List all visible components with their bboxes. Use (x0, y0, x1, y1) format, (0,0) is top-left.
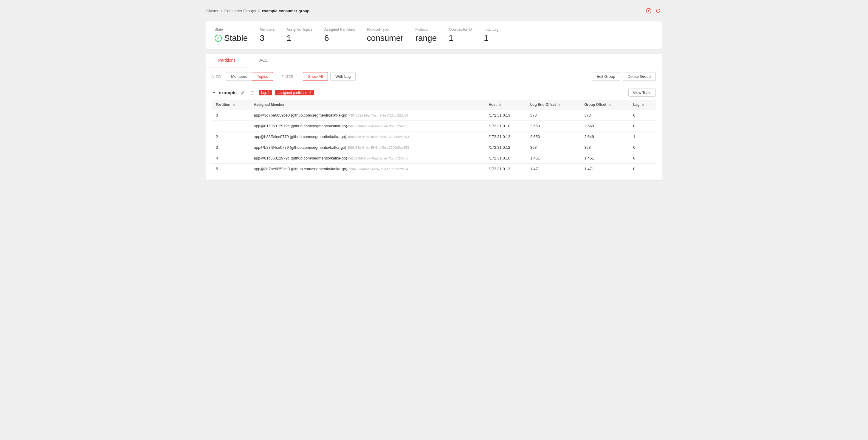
view-topics-button[interactable]: Topics (252, 72, 273, 81)
breadcrumb-actions (645, 7, 662, 14)
cell-partition-5: 5 (212, 164, 250, 175)
delete-group-button[interactable]: Delete Group (623, 72, 656, 81)
cell-log-end-offset-5: 1 471 (527, 164, 581, 175)
stats-card: State ✓ Stable Members 3 Assigned Topics… (206, 22, 662, 49)
cell-host-2: /172.31.0.12 (485, 131, 526, 142)
partitions-badge: assigned partitions: 6 (275, 90, 314, 95)
tab-partitions[interactable]: Partitions (206, 54, 247, 67)
cell-member-2: app@b83f34ce0779 (github.com/segmentio/k… (250, 131, 485, 142)
cell-group-offset-1: 2 569 (581, 121, 629, 131)
cell-member-0: app@3d7be6859ce3 (github.com/segmentio/k… (250, 110, 485, 121)
cell-partition-1: 1 (212, 121, 250, 131)
cell-log-end-offset-3: 368 (527, 142, 581, 153)
col-partition[interactable]: Partition ⇅ (212, 100, 250, 110)
cell-log-end-offset-4: 1 451 (527, 153, 581, 164)
view-members-button[interactable]: Members (226, 72, 252, 81)
cell-lag-1: 0 (629, 121, 656, 131)
stat-state: State ✓ Stable (215, 27, 248, 43)
cell-host-1: /172.31.0.10 (485, 121, 526, 131)
svg-marker-1 (648, 10, 650, 12)
cell-lag-5: 0 (629, 164, 656, 175)
breadcrumb: Cluster > Consumer Groups > example-cons… (206, 5, 662, 17)
partitions-table: Partition ⇅ Assigned Member Host ⇅ Log E… (212, 100, 656, 174)
topic-section: ▼ example lag: 1 assigned partitions: 6 … (206, 86, 662, 180)
delete-topic-icon[interactable] (249, 89, 256, 96)
cell-partition-3: 3 (212, 142, 250, 153)
action-buttons: Edit Group Delete Group (592, 72, 656, 81)
cell-lag-0: 0 (629, 110, 656, 121)
col-assigned-member: Assigned Member (250, 100, 485, 110)
breadcrumb-cluster[interactable]: Cluster (206, 9, 218, 13)
refresh-icon[interactable] (655, 7, 662, 14)
cell-log-end-offset-2: 2 650 (527, 131, 581, 142)
sort-partition-icon: ⇅ (232, 103, 235, 106)
table-row: 4 app@81c85312979c (github.com/segmentio… (212, 153, 656, 164)
protocol-value: range (415, 33, 437, 43)
chevron-down-icon[interactable]: ▼ (212, 91, 216, 95)
cell-lag-2: 1 (629, 131, 656, 142)
edit-group-button[interactable]: Edit Group (592, 72, 620, 81)
state-stable-icon: ✓ (215, 35, 222, 42)
cell-host-5: /172.31.0.13 (485, 164, 526, 175)
sort-group-offset-icon: ⇅ (609, 103, 611, 106)
sort-log-end-offset-icon: ⇅ (558, 103, 560, 106)
cell-member-4: app@81c85312979c (github.com/segmentio/k… (250, 153, 485, 164)
table-row: 1 app@81c85312979c (github.com/segmentio… (212, 121, 656, 131)
cell-group-offset-0: 373 (581, 110, 629, 121)
coordinator-id-value: 1 (448, 33, 472, 43)
view-topic-button[interactable]: View Topic (628, 89, 656, 97)
filter-show-all-button[interactable]: Show All (303, 72, 328, 81)
table-row: 2 app@b83f34ce0779 (github.com/segmentio… (212, 131, 656, 142)
svg-rect-2 (251, 92, 254, 94)
total-lag-value: 1 (484, 33, 498, 43)
col-host[interactable]: Host ⇅ (485, 100, 526, 110)
cell-host-3: /172.31.0.12 (485, 142, 526, 153)
breadcrumb-sep1: > (220, 9, 223, 13)
controls-row: VIEW Members Topics FILTER Show All With… (206, 67, 662, 86)
table-row: 0 app@3d7be6859ce3 (github.com/segmentio… (212, 110, 656, 121)
stat-protocol: Protocol range (415, 27, 437, 43)
cell-host-4: /172.31.0.10 (485, 153, 526, 164)
filter-group: Show All With Lag (303, 72, 355, 81)
topic-name: example (219, 90, 237, 95)
col-group-offset[interactable]: Group Offset ⇅ (581, 100, 629, 110)
filter-label: FILTER (281, 75, 293, 78)
cell-member-1: app@81c85312979c (github.com/segmentio/k… (250, 121, 485, 131)
col-lag[interactable]: Lag ⇅ (629, 100, 656, 110)
members-value: 3 (259, 33, 275, 43)
stat-members: Members 3 (259, 27, 275, 43)
table-row: 5 app@3d7be6859ce3 (github.com/segmentio… (212, 164, 656, 175)
stat-assigned-topics: Assigned Topics 1 (286, 27, 312, 43)
edit-topic-icon[interactable] (240, 89, 246, 96)
cell-member-3: app@b83f34ce0779 (github.com/segmentio/k… (250, 142, 485, 153)
view-toggle: Members Topics (226, 72, 273, 81)
tabs: Partitions ACL (206, 54, 662, 67)
assigned-topics-value: 1 (286, 33, 312, 43)
breadcrumb-current-group: example-consumer-group (262, 9, 310, 13)
cell-lag-3: 0 (629, 142, 656, 153)
filter-with-lag-button[interactable]: With Lag (330, 72, 355, 81)
cell-partition-2: 2 (212, 131, 250, 142)
protocol-type-value: consumer (367, 33, 404, 43)
cell-group-offset-2: 2 649 (581, 131, 629, 142)
view-label: VIEW (212, 75, 221, 78)
cell-group-offset-4: 1 451 (581, 153, 629, 164)
sort-lag-icon: ⇅ (642, 103, 644, 106)
cell-partition-0: 0 (212, 110, 250, 121)
stat-total-lag: Total Lag 1 (484, 27, 498, 43)
cell-lag-4: 0 (629, 153, 656, 164)
cell-partition-4: 4 (212, 153, 250, 164)
lag-badge: lag: 1 (259, 90, 272, 95)
col-log-end-offset[interactable]: Log End Offset ⇅ (527, 100, 581, 110)
tab-acl[interactable]: ACL (247, 54, 279, 67)
breadcrumb-consumer-groups[interactable]: Consumer Groups (224, 9, 256, 13)
topic-header: ▼ example lag: 1 assigned partitions: 6 … (212, 86, 656, 100)
breadcrumb-sep2: > (258, 9, 260, 13)
cell-group-offset-5: 1 471 (581, 164, 629, 175)
cell-member-5: app@3d7be6859ce3 (github.com/segmentio/k… (250, 164, 485, 175)
table-row: 3 app@b83f34ce0779 (github.com/segmentio… (212, 142, 656, 153)
play-icon[interactable] (645, 7, 652, 14)
main-card: Partitions ACL VIEW Members Topics FILTE… (206, 54, 662, 180)
stat-protocol-type: Protocol Type consumer (367, 27, 404, 43)
stat-assigned-partitions: Assigned Partitions 6 (324, 27, 355, 43)
